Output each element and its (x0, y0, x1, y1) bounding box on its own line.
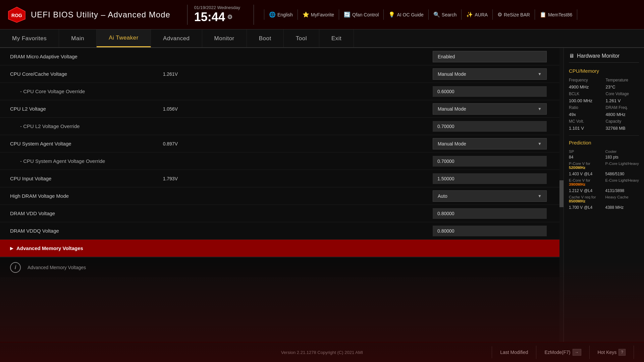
pred-cache-v-label: Cache V req for 8500MHz (569, 195, 603, 203)
stat-capacity-value: 32768 MB (606, 126, 639, 131)
stat-mc-volt-value: 1.101 V (569, 126, 602, 131)
ezmode-button[interactable]: EzMode(F7) → (536, 346, 589, 359)
prediction-section-title: Prediction (569, 140, 639, 145)
info-icon: i (10, 262, 21, 273)
chevron-right-icon: ▶ (10, 246, 13, 251)
logo-area: ROG UEFI BIOS Utility – Advanced Mode (7, 6, 170, 23)
tab-boot[interactable]: Boot (247, 29, 284, 47)
pred-pcore-values: 1.403 V @L4 5486/5190 (569, 172, 639, 176)
chevron-down-icon: ▼ (538, 72, 542, 76)
nav-qfan[interactable]: 🔄 Qfan Control (339, 9, 384, 20)
row-control-cpu-core-override (144, 86, 553, 97)
row-control-high-dram: Auto ▼ (144, 190, 553, 202)
aura-icon: ✨ (466, 11, 473, 18)
nav-aura[interactable]: ✨ AURA (462, 9, 493, 20)
pred-ecore-values: 1.212 V @L4 4131/3898 (569, 188, 639, 193)
pred-heavy-cache-value: 4388 MHz (605, 205, 639, 210)
row-label-dram-vddq: DRAM VDDQ Voltage (10, 228, 144, 234)
tab-ai-tweaker[interactable]: Ai Tweaker (97, 29, 151, 47)
pred-heavy-cache-label: Heavy Cache (605, 195, 639, 203)
last-modified-button[interactable]: Last Modified (492, 346, 536, 358)
pred-cooler-value: 183 pts (605, 155, 639, 160)
row-label-cpu-core-override: - CPU Core Voltage Override (10, 88, 144, 94)
time-display: 15:44 ⚙ (194, 10, 240, 24)
cpu-l2-dropdown[interactable]: Manual Mode ▼ (433, 103, 547, 115)
cpu-core-cache-dropdown[interactable]: Manual Mode ▼ (433, 68, 547, 80)
pred-cooler-label: Cooler (605, 149, 639, 154)
monitor-icon: 🖥 (569, 53, 574, 59)
nav-myfavorite[interactable]: ⭐ MyFavorite (298, 9, 339, 20)
nav-memtest[interactable]: 📋 MemTest86 (535, 9, 577, 20)
pred-pcore-light-label: P-Core Light/Heavy (605, 162, 639, 170)
row-cpu-sys-agent-override: - CPU System Agent Voltage Override (0, 153, 564, 170)
chevron-down-icon-2: ▼ (538, 107, 542, 111)
panel-divider (569, 135, 639, 136)
stat-temperature-label: Temperature (606, 78, 639, 82)
tab-tool[interactable]: Tool (284, 29, 319, 47)
row-cpu-sys-agent: CPU System Agent Voltage 0.897V Manual M… (0, 135, 564, 153)
nav-search[interactable]: 🔍 Search (429, 9, 462, 20)
scrollbar-thumb[interactable] (559, 180, 564, 207)
row-advanced-memory-voltages[interactable]: ▶ Advanced Memory Voltages (0, 240, 564, 257)
rog-logo-icon: ROG (7, 6, 27, 23)
dram-vddq-input[interactable] (433, 226, 547, 236)
header-divider (187, 5, 187, 25)
cpu-core-cache-current-val: 1.261V (144, 71, 178, 77)
dram-vdd-input[interactable] (433, 208, 547, 219)
settings-clock-icon[interactable]: ⚙ (227, 13, 232, 21)
stat-bclk-label: BCLK (569, 92, 602, 96)
stat-ratio-label: Ratio (569, 105, 602, 110)
nav-resize-bar[interactable]: ⚙ ReSize BAR (493, 9, 535, 20)
row-control-cpu-sys-agent: Manual Mode ▼ (181, 138, 553, 149)
content-area: DRAM Micro Adaptive Voltage Enabled CPU … (0, 48, 644, 342)
pred-cache-values: 1.700 V @L4 4388 MHz (569, 205, 639, 210)
pred-cache-header: Cache V req for 8500MHz Heavy Cache (569, 195, 639, 203)
tab-exit[interactable]: Exit (319, 29, 354, 47)
cpu-core-override-input[interactable] (433, 86, 547, 97)
row-dram-vddq: DRAM VDDQ Voltage (0, 222, 564, 240)
high-dram-dropdown[interactable]: Auto ▼ (433, 190, 547, 202)
row-label-cpu-input: CPU Input Voltage (10, 176, 144, 181)
stat-core-voltage-value: 1.261 V (606, 98, 639, 103)
datetime-area: 01/19/2022 Wednesday 15:44 ⚙ (194, 5, 240, 24)
footer-right: Last Modified EzMode(F7) → Hot Keys ? (492, 346, 634, 359)
row-label-high-dram: High DRAM Voltage Mode (10, 193, 144, 199)
memtest-icon: 📋 (540, 11, 546, 18)
ezmode-key-badge: → (573, 349, 581, 356)
cpu-sys-agent-dropdown[interactable]: Manual Mode ▼ (433, 138, 547, 149)
cpu-memory-stats: Frequency Temperature 4900 MHz 23°C BCLK… (569, 78, 639, 131)
resize-icon: ⚙ (497, 11, 502, 18)
cpu-l2-current-val: 1.056V (144, 106, 178, 112)
pred-pcore-v-value: 1.403 V @L4 (569, 172, 603, 176)
cpu-input-input[interactable] (433, 173, 547, 184)
tab-monitor[interactable]: Monitor (202, 29, 247, 47)
nav-english[interactable]: 🌐 English (264, 9, 298, 20)
tab-main[interactable]: Main (59, 29, 97, 47)
stat-mc-volt-label: MC Volt. (569, 119, 602, 124)
row-control-cpu-l2-override (144, 121, 553, 132)
svg-text:ROG: ROG (11, 13, 22, 18)
row-dram-adaptive: DRAM Micro Adaptive Voltage Enabled (0, 48, 564, 65)
row-label-cpu-l2: CPU L2 Voltage (10, 106, 144, 112)
stat-core-voltage-label: Core Voltage (606, 92, 639, 96)
hotkeys-button[interactable]: Hot Keys ? (589, 346, 634, 359)
tab-advanced[interactable]: Advanced (151, 29, 202, 47)
scrollbar-track[interactable] (559, 48, 564, 342)
pred-sp-cooler: SP Cooler 84 183 pts (569, 149, 639, 160)
header-divider-2 (254, 5, 254, 25)
dram-adaptive-value[interactable]: Enabled (433, 51, 547, 62)
row-label-cpu-sys-agent-override: - CPU System Agent Voltage Override (10, 158, 144, 164)
cpu-l2-override-input[interactable] (433, 121, 547, 132)
row-high-dram-voltage: High DRAM Voltage Mode Auto ▼ (0, 187, 564, 205)
row-label-cpu-sys-agent: CPU System Agent Voltage (10, 141, 144, 146)
cpu-sys-agent-override-input[interactable] (433, 156, 547, 167)
tab-my-favorites[interactable]: My Favorites (0, 29, 59, 47)
globe-icon: 🌐 (269, 11, 276, 18)
nav-ai-oc[interactable]: 💡 AI OC Guide (384, 9, 428, 20)
row-cpu-input-voltage: CPU Input Voltage 1.793V (0, 170, 564, 187)
info-text: Advanced Memory Voltages (28, 265, 86, 270)
right-panel: 🖥 Hardware Monitor CPU/Memory Frequency … (564, 48, 644, 342)
ai-icon: 💡 (388, 11, 395, 18)
chevron-down-icon-4: ▼ (538, 194, 542, 198)
stat-ratio-value: 49x (569, 112, 602, 117)
